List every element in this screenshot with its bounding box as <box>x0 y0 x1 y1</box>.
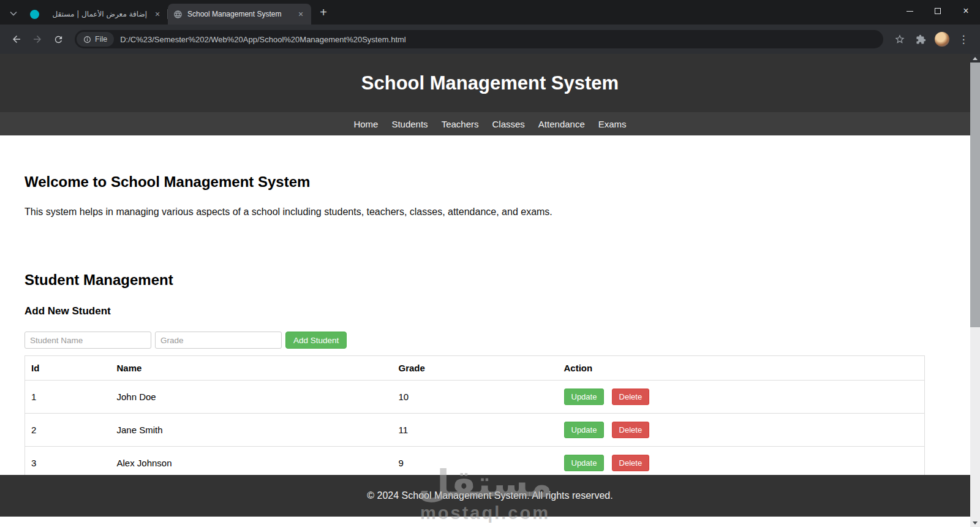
maximize-icon <box>935 8 941 14</box>
tab-mostaql[interactable]: إضافة معرض الأعمال | مستقل × <box>24 4 168 25</box>
col-header-grade: Grade <box>393 356 558 381</box>
add-student-button[interactable]: Add Student <box>285 332 347 349</box>
star-icon <box>894 34 905 45</box>
cell-grade: 11 <box>393 414 558 447</box>
back-button[interactable] <box>6 29 27 50</box>
tab-strip: إضافة معرض الأعمال | مستقل × School Mana… <box>0 0 980 25</box>
kebab-menu-icon: ⋮ <box>959 33 969 46</box>
forward-arrow-icon <box>32 34 43 45</box>
reload-button[interactable] <box>48 29 69 50</box>
vertical-scrollbar[interactable] <box>970 54 980 527</box>
puzzle-icon <box>916 34 926 45</box>
cell-id: 1 <box>25 381 111 414</box>
cell-name: John Doe <box>111 381 393 414</box>
col-header-id: Id <box>25 356 111 381</box>
url-text: D:/C%23/Semester%202/Web%20App/School%20… <box>120 35 406 44</box>
minimize-button[interactable] <box>895 0 924 22</box>
site-nav: Home Students Teachers Classes Attendanc… <box>0 112 980 135</box>
scrollbar-up-button[interactable] <box>970 54 980 63</box>
page-viewport: School Management System Home Students T… <box>0 54 980 527</box>
info-icon <box>83 36 91 44</box>
nav-link-exams[interactable]: Exams <box>592 119 633 129</box>
tab-title: School Management System <box>187 10 290 18</box>
col-header-name: Name <box>111 356 393 381</box>
update-button[interactable]: Update <box>564 422 605 438</box>
arrow-up-icon <box>973 57 978 60</box>
reload-icon <box>53 34 64 45</box>
browser-window: إضافة معرض الأعمال | مستقل × School Mana… <box>0 0 980 527</box>
close-window-button[interactable]: × <box>952 0 980 22</box>
scrollbar-thumb[interactable] <box>970 63 980 327</box>
mostaql-favicon-icon <box>29 9 39 19</box>
tab-title: إضافة معرض الأعمال | مستقل <box>44 10 147 18</box>
extensions-button[interactable] <box>910 29 931 50</box>
delete-button[interactable]: Delete <box>612 389 650 405</box>
cell-id: 2 <box>25 414 111 447</box>
minimize-icon <box>907 11 913 12</box>
browser-menu-button[interactable]: ⋮ <box>953 29 974 50</box>
students-table: Id Name Grade Action 1 John Doe 10 Updat… <box>24 355 925 480</box>
page-title: School Management System <box>361 72 619 94</box>
table-row: 2 Jane Smith 11 Update Delete <box>25 414 925 447</box>
update-button[interactable]: Update <box>564 389 605 405</box>
new-tab-button[interactable]: + <box>315 4 332 21</box>
nav-link-students[interactable]: Students <box>385 119 434 129</box>
col-header-action: Action <box>558 356 925 381</box>
grade-input[interactable] <box>155 332 282 349</box>
window-controls: × <box>895 0 980 22</box>
welcome-description: This system helps in managing various as… <box>24 207 956 218</box>
delete-button[interactable]: Delete <box>612 455 650 471</box>
chevron-down-icon <box>10 11 17 16</box>
table-row: 1 John Doe 10 Update Delete <box>25 381 925 414</box>
footer-text: © 2024 School Management System. All rig… <box>367 490 612 501</box>
site-header: School Management System <box>0 54 980 112</box>
nav-link-home[interactable]: Home <box>347 119 385 129</box>
student-name-input[interactable] <box>24 332 151 349</box>
globe-favicon-icon <box>173 9 183 19</box>
close-tab-icon[interactable]: × <box>152 9 163 20</box>
maximize-button[interactable] <box>924 0 952 22</box>
student-management-heading: Student Management <box>24 271 956 289</box>
address-bar[interactable]: File D:/C%23/Semester%202/Web%20App/Scho… <box>75 30 883 48</box>
back-arrow-icon <box>11 34 22 45</box>
browser-toolbar: File D:/C%23/Semester%202/Web%20App/Scho… <box>0 25 980 54</box>
arrow-down-icon <box>973 521 978 525</box>
nav-link-teachers[interactable]: Teachers <box>435 119 486 129</box>
add-student-form: Add Student <box>24 332 956 349</box>
bookmark-button[interactable] <box>889 29 910 50</box>
scrollbar-down-button[interactable] <box>970 518 980 527</box>
update-button[interactable]: Update <box>564 455 605 471</box>
add-student-heading: Add New Student <box>24 305 956 317</box>
nav-link-classes[interactable]: Classes <box>486 119 532 129</box>
table-header-row: Id Name Grade Action <box>25 356 925 381</box>
close-icon: × <box>963 6 968 16</box>
cell-action: Update Delete <box>558 381 925 414</box>
file-scheme-chip[interactable]: File <box>77 32 114 47</box>
tab-search-button[interactable] <box>5 6 22 21</box>
forward-button[interactable] <box>27 29 48 50</box>
delete-button[interactable]: Delete <box>612 422 650 438</box>
nav-link-attendance[interactable]: Attendance <box>532 119 592 129</box>
site-footer: © 2024 School Management System. All rig… <box>0 475 980 517</box>
close-tab-icon[interactable]: × <box>295 9 306 20</box>
cell-name: Jane Smith <box>111 414 393 447</box>
welcome-heading: Welcome to School Management System <box>24 173 956 191</box>
profile-avatar[interactable] <box>935 32 949 47</box>
main-content: Welcome to School Management System This… <box>0 173 980 480</box>
cell-grade: 10 <box>393 381 558 414</box>
file-badge-label: File <box>95 35 107 44</box>
cell-action: Update Delete <box>558 414 925 447</box>
tab-school-management[interactable]: School Management System × <box>168 4 311 25</box>
